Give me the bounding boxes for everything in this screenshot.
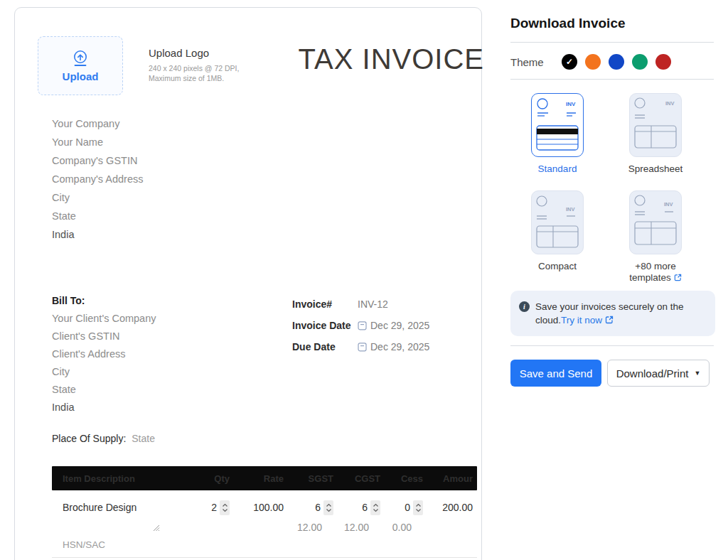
your-name-field[interactable]: Your Name bbox=[52, 133, 144, 151]
try-it-now-link[interactable]: Try it now bbox=[561, 315, 602, 325]
cloud-banner-text: Save your invoices securely on the cloud… bbox=[535, 300, 705, 327]
company-city-field[interactable]: City bbox=[52, 188, 144, 207]
download-print-label: Download/Print bbox=[616, 367, 689, 379]
col-amount: Amour bbox=[427, 473, 477, 484]
theme-swatch-orange[interactable] bbox=[585, 54, 601, 70]
description-resize-grip[interactable] bbox=[52, 523, 194, 532]
download-print-button[interactable]: Download/Print ▼ bbox=[607, 360, 710, 387]
upload-logo-heading: Upload Logo bbox=[149, 47, 239, 59]
invoice-number-row: Invoice# INV-12 bbox=[292, 294, 429, 315]
invoice-meta-block: Invoice# INV-12 Invoice Date Dec 29, 202… bbox=[292, 294, 429, 357]
cgst-value: 6 bbox=[362, 502, 368, 513]
cess-stepper-buttons[interactable] bbox=[413, 500, 423, 515]
place-of-supply-field[interactable]: State bbox=[132, 433, 155, 444]
divider bbox=[510, 79, 714, 80]
place-of-supply-row: Place Of Supply:State bbox=[52, 433, 155, 444]
client-state-field[interactable]: State bbox=[52, 381, 156, 399]
cgst-amount: 12.00 bbox=[338, 522, 385, 533]
qty-stepper[interactable]: 2 bbox=[194, 500, 234, 515]
items-table-header: Item Description Qty Rate SGST CGST Cess… bbox=[52, 466, 477, 490]
invoice-date-field[interactable]: Dec 29, 2025 bbox=[358, 320, 429, 331]
theme-swatch-blue[interactable] bbox=[609, 54, 624, 70]
template-spreadsheet[interactable]: INV Spreadsheet bbox=[616, 93, 695, 175]
item-description-input[interactable]: Brochure Design bbox=[52, 502, 194, 513]
cloud-save-banner: i Save your invoices securely on the clo… bbox=[510, 291, 715, 336]
check-icon: ✓ bbox=[566, 57, 573, 67]
client-gstin-field[interactable]: Client's GSTIN bbox=[52, 328, 156, 345]
col-sgst: SGST bbox=[288, 473, 338, 484]
company-state-field[interactable]: State bbox=[52, 207, 144, 225]
svg-text:INV: INV bbox=[664, 201, 673, 208]
template-compact-label: Compact bbox=[538, 261, 577, 272]
col-cess: Cess bbox=[385, 473, 427, 484]
company-name-field[interactable]: Your Company bbox=[52, 114, 144, 133]
upload-logo-info: Upload Logo 240 x 240 pixels @ 72 DPI, M… bbox=[149, 47, 239, 83]
divider bbox=[510, 42, 714, 43]
due-date-value: Dec 29, 2025 bbox=[370, 341, 429, 352]
cess-stepper[interactable]: 0 bbox=[385, 500, 427, 515]
company-country-field[interactable]: India bbox=[52, 225, 144, 244]
save-and-send-button[interactable]: Save and Send bbox=[510, 360, 601, 387]
sgst-stepper[interactable]: 6 bbox=[288, 500, 338, 515]
invoice-number-label: Invoice# bbox=[292, 298, 358, 310]
company-address-field[interactable]: Company's Address bbox=[52, 170, 144, 188]
chevron-down-icon: ▼ bbox=[694, 370, 700, 377]
sgst-stepper-buttons[interactable] bbox=[323, 500, 333, 515]
due-date-field[interactable]: Dec 29, 2025 bbox=[358, 341, 429, 352]
template-spreadsheet-label: Spreadsheet bbox=[628, 163, 683, 175]
company-gstin-field[interactable]: Company's GSTIN bbox=[52, 151, 144, 170]
col-qty: Qty bbox=[194, 473, 234, 484]
panel-title: Download Invoice bbox=[510, 16, 626, 31]
info-icon: i bbox=[519, 301, 530, 312]
invoice-date-row: Invoice Date Dec 29, 2025 bbox=[292, 315, 429, 336]
qty-value: 2 bbox=[211, 502, 217, 513]
template-more-thumbnail: INV bbox=[629, 190, 682, 254]
cess-amount: 0.00 bbox=[385, 522, 427, 533]
svg-text:INV: INV bbox=[665, 100, 675, 107]
place-of-supply-label: Place Of Supply: bbox=[52, 433, 126, 444]
rate-input[interactable]: 100.00 bbox=[234, 502, 288, 513]
template-standard-thumbnail: INV bbox=[531, 93, 584, 157]
company-details-block: Your Company Your Name Company's GSTIN C… bbox=[52, 114, 144, 244]
theme-swatch-black[interactable]: ✓ bbox=[562, 54, 577, 70]
calendar-icon bbox=[358, 321, 367, 330]
client-address-field[interactable]: Client's Address bbox=[52, 345, 156, 363]
template-compact-thumbnail: INV bbox=[531, 190, 584, 254]
invoice-date-label: Invoice Date bbox=[292, 320, 358, 331]
upload-hint-dimensions: 240 x 240 pixels @ 72 DPI, bbox=[149, 63, 239, 73]
invoice-number-value: INV-12 bbox=[358, 298, 388, 310]
theme-picker: Theme ✓ bbox=[510, 53, 679, 71]
svg-text:INV: INV bbox=[566, 206, 575, 212]
template-more[interactable]: INV +80 more templates bbox=[616, 190, 695, 284]
logo-upload-dropzone[interactable]: Upload bbox=[38, 36, 123, 95]
upload-hint-size: Maximum size of 1MB. bbox=[149, 73, 239, 83]
document-title[interactable]: TAX INVOICE bbox=[291, 43, 484, 75]
col-rate: Rate bbox=[234, 473, 288, 484]
external-link-icon[interactable] bbox=[605, 316, 614, 324]
due-date-row: Due Date Dec 29, 2025 bbox=[292, 336, 429, 357]
item-row-1-tax-amounts: 12.00 12.00 0.00 bbox=[52, 519, 477, 536]
template-standard[interactable]: INV Standard bbox=[518, 93, 597, 175]
theme-swatch-red[interactable] bbox=[655, 54, 671, 70]
invoice-number-field[interactable]: INV-12 bbox=[358, 298, 388, 310]
col-cgst: CGST bbox=[338, 473, 385, 484]
client-country-field[interactable]: India bbox=[52, 399, 156, 416]
qty-stepper-buttons[interactable] bbox=[220, 500, 230, 515]
col-item-description: Item Description bbox=[52, 473, 194, 484]
row-divider bbox=[52, 557, 477, 558]
amount-value: 200.00 bbox=[427, 502, 477, 513]
cgst-stepper[interactable]: 6 bbox=[338, 500, 385, 515]
template-more-label: +80 more templates bbox=[623, 261, 688, 284]
action-buttons: Save and Send Download/Print ▼ bbox=[510, 360, 710, 387]
bill-to-label: Bill To: bbox=[52, 292, 156, 310]
client-city-field[interactable]: City bbox=[52, 363, 156, 381]
theme-swatch-green[interactable] bbox=[632, 54, 648, 70]
client-company-field[interactable]: Your Client's Company bbox=[52, 310, 156, 328]
invoice-preview-card: Upload Upload Logo 240 x 240 pixels @ 72… bbox=[14, 7, 482, 560]
divider bbox=[510, 345, 714, 346]
item-row-1: Brochure Design 2 100.00 6 6 0 200.00 bbox=[52, 496, 477, 519]
sgst-amount: 12.00 bbox=[288, 522, 338, 533]
template-compact[interactable]: INV Compact bbox=[518, 190, 597, 284]
hsn-sac-input[interactable]: HSN/SAC bbox=[52, 536, 477, 553]
cgst-stepper-buttons[interactable] bbox=[370, 500, 380, 515]
